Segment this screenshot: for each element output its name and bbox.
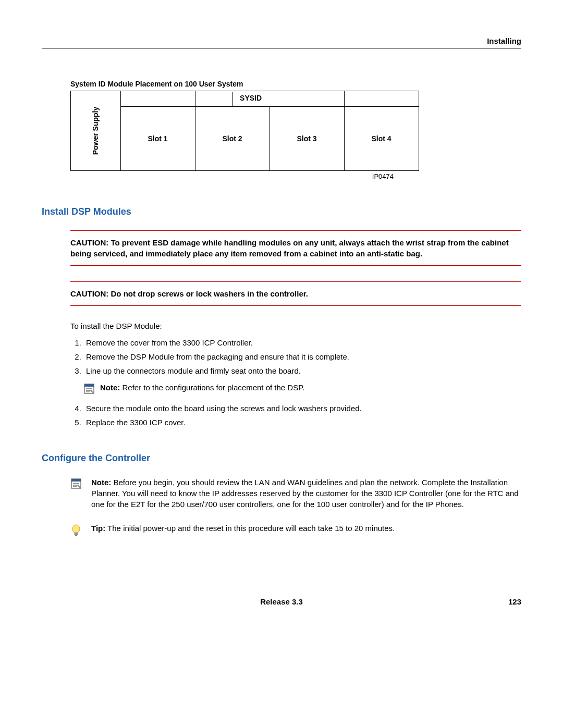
svg-rect-11 [75, 533, 78, 535]
svg-rect-6 [71, 479, 81, 482]
inline-note-text: Note: Refer to the configurations for pl… [100, 383, 304, 392]
sysid-label: SYSID [232, 92, 269, 106]
caution-box-1: CAUTION: To prevent ESD damage while han… [70, 230, 521, 266]
footer-page-number: 123 [508, 597, 521, 606]
slot-3-cell: Slot 3 [270, 107, 344, 171]
configure-note-row: Note: Before you begin, you should revie… [70, 477, 521, 510]
tip-label: Tip: [91, 524, 105, 533]
empty-cell [344, 91, 419, 107]
tip-row: Tip: The initial power-up and the reset … [70, 523, 521, 540]
step-4: Secure the module onto the board using t… [83, 404, 521, 413]
note-body: Refer to the configurations for placemen… [120, 383, 304, 392]
note-icon [83, 383, 95, 396]
inline-note-row: Note: Refer to the configurations for pl… [83, 383, 521, 396]
note-label: Note: [100, 383, 120, 392]
svg-point-10 [72, 525, 80, 533]
page-header: Installing [42, 36, 521, 48]
slot-4-cell: Slot 4 [344, 107, 419, 171]
section-title-install-dsp: Install DSP Modules [42, 206, 521, 217]
section-title-configure: Configure the Controller [42, 453, 521, 464]
power-supply-cell: Power Supply [71, 91, 121, 171]
page-footer: Release 3.3 123 [42, 597, 521, 606]
slot-placement-table: Power Supply SYSID Slot 1 Slot 2 Slot 3 … [70, 91, 419, 171]
steps-list: Remove the cover from the 3300 ICP Contr… [70, 338, 521, 375]
header-section-name: Installing [487, 36, 521, 45]
tip-text: Tip: The initial power-up and the reset … [91, 523, 521, 534]
footer-release: Release 3.3 [260, 597, 303, 606]
instruction-intro: To install the DSP Module: [70, 322, 521, 330]
figure-id: IP0474 [70, 172, 394, 180]
step-1: Remove the cover from the 3300 ICP Contr… [83, 338, 521, 347]
slot-1-cell: Slot 1 [120, 107, 195, 171]
caution-box-2: CAUTION: Do not drop screws or lock wash… [70, 281, 521, 306]
slot-2-cell: Slot 2 [195, 107, 270, 171]
note-label: Note: [91, 478, 111, 487]
note-icon [70, 478, 85, 492]
svg-rect-1 [84, 384, 94, 387]
configure-note-text: Note: Before you begin, you should revie… [91, 477, 521, 510]
sysid-header-cell: SYSID [195, 91, 270, 107]
empty-cell [120, 91, 195, 107]
tip-icon [70, 524, 85, 540]
empty-cell [270, 91, 344, 107]
step-2: Remove the DSP Module from the packaging… [83, 352, 521, 361]
power-supply-label: Power Supply [91, 107, 100, 155]
svg-rect-12 [75, 535, 77, 536]
figure-caption: System ID Module Placement on 100 User S… [70, 80, 521, 88]
steps-list-continued: Secure the module onto the board using t… [70, 404, 521, 427]
tip-body: The initial power-up and the reset in th… [105, 524, 395, 533]
step-3: Line up the connectors module and firmly… [83, 366, 521, 375]
step-5: Replace the 3300 ICP cover. [83, 418, 521, 427]
note-body: Before you begin, you should review the … [91, 478, 519, 509]
